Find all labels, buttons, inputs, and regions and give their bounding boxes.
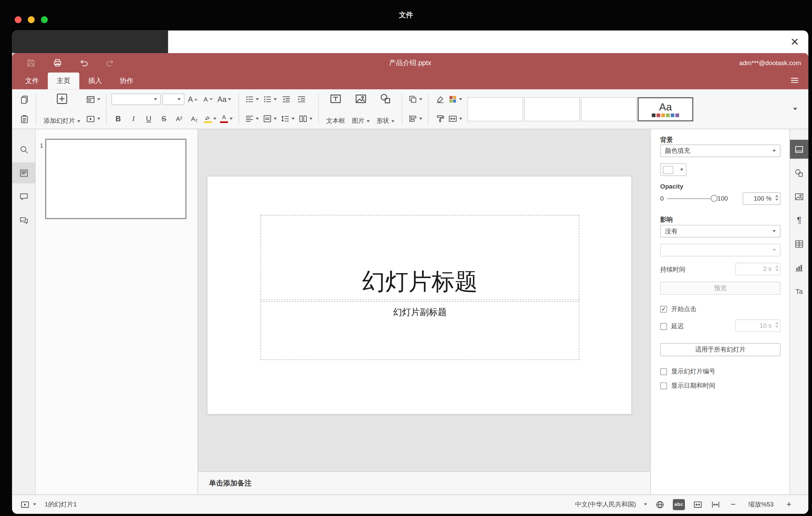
chat-button[interactable] — [12, 209, 35, 231]
image-settings-button[interactable] — [790, 187, 808, 206]
slide-thumbnail[interactable] — [45, 139, 186, 219]
subscript-button[interactable]: A₂ — [187, 112, 201, 125]
spinner-arrows[interactable] — [775, 265, 778, 271]
clear-style-button[interactable] — [433, 93, 447, 106]
close-icon[interactable]: × — [786, 33, 803, 51]
insert-shape-button[interactable]: 形状 — [374, 92, 397, 126]
spinner-arrows[interactable] — [775, 195, 778, 201]
fit-width-button[interactable] — [710, 499, 720, 509]
bold-button[interactable]: B — [111, 112, 125, 125]
down-arrow-icon — [209, 98, 212, 100]
document-language-button[interactable] — [655, 499, 665, 509]
theme-thumbnail-selected[interactable]: Aa — [638, 97, 693, 121]
show-date-time-label: 显示日期和时间 — [671, 381, 716, 390]
redo-icon[interactable] — [104, 57, 115, 68]
font-color-button[interactable]: A — [219, 112, 234, 125]
chevron-down-icon[interactable] — [644, 503, 647, 506]
underline-button[interactable]: U — [142, 112, 155, 125]
add-slide-button[interactable]: 添加幻灯片 — [41, 92, 83, 126]
paste-button[interactable] — [17, 112, 31, 125]
opacity-spinbox[interactable]: 100 % — [743, 192, 781, 205]
duration-spinbox[interactable]: 2 s — [735, 263, 780, 275]
notes-area[interactable]: 单击添加备注 — [198, 471, 650, 494]
zoom-in-button[interactable]: + — [784, 500, 794, 509]
effect-select[interactable]: 没有 — [660, 225, 781, 238]
slide[interactable]: 幻灯片标题 幻灯片副标题 — [207, 176, 632, 414]
fill-type-select[interactable]: 颜色填充 — [660, 144, 781, 157]
subtitle-placeholder[interactable]: 幻灯片副标题 — [260, 301, 579, 360]
delay-checkbox[interactable] — [660, 323, 667, 329]
textart-settings-button[interactable]: Ta — [790, 282, 808, 300]
line-spacing-button[interactable] — [280, 112, 296, 125]
search-button[interactable] — [12, 139, 35, 160]
shape-settings-button[interactable] — [790, 163, 808, 182]
tab-collaboration[interactable]: 协作 — [111, 73, 142, 89]
tab-insert[interactable]: 插入 — [79, 73, 111, 89]
title-placeholder[interactable]: 幻灯片标题 — [260, 215, 579, 300]
decrease-font-size-button[interactable]: A — [201, 93, 215, 106]
slide-settings-button[interactable] — [790, 140, 808, 159]
font-name-select[interactable] — [111, 93, 161, 105]
theme-thumbnail-3[interactable] — [581, 97, 636, 121]
tab-home[interactable]: 主页 — [48, 73, 79, 89]
superscript-button[interactable]: A² — [172, 112, 186, 125]
zoom-out-button[interactable]: − — [728, 500, 738, 509]
undo-icon[interactable] — [78, 57, 89, 68]
start-slideshow-status-button[interactable] — [20, 499, 30, 509]
comments-button[interactable] — [12, 186, 35, 207]
print-icon[interactable] — [52, 57, 63, 68]
start-on-click-checkbox[interactable]: ✓ — [660, 306, 667, 312]
theme-thumbnail-1[interactable] — [467, 97, 523, 121]
slides-panel-button[interactable] — [12, 162, 35, 183]
table-settings-button[interactable] — [790, 234, 808, 253]
copy-button[interactable] — [17, 93, 31, 106]
change-case-button[interactable]: Aa — [216, 93, 232, 106]
zoom-window-button[interactable] — [41, 16, 48, 23]
paragraph-settings-button[interactable]: ¶ — [790, 211, 808, 230]
fill-color-select[interactable] — [660, 163, 687, 176]
slide-canvas[interactable]: 幻灯片标题 幻灯片副标题 — [198, 129, 650, 471]
chart-settings-button[interactable] — [790, 258, 808, 277]
effect-variant-select[interactable] — [660, 244, 781, 256]
save-icon[interactable] — [25, 57, 37, 68]
italic-button[interactable]: I — [126, 112, 140, 125]
increase-font-size-button[interactable]: A — [186, 93, 200, 106]
language-select[interactable]: 中文(中华人民共和国) — [575, 500, 636, 509]
minimize-window-button[interactable] — [28, 16, 34, 23]
show-date-time-checkbox[interactable] — [660, 382, 667, 389]
bullets-button[interactable] — [244, 93, 260, 106]
spellcheck-button[interactable]: abc — [673, 499, 685, 510]
arrange-shapes-button[interactable] — [407, 93, 423, 106]
insert-image-button[interactable]: 图片 — [349, 92, 372, 126]
apply-to-all-slides-button[interactable]: 适用于所有幻灯片 — [660, 343, 781, 356]
menu-icon[interactable] — [789, 75, 800, 86]
theme-thumbnail-2[interactable] — [524, 97, 580, 121]
font-size-select[interactable] — [162, 93, 184, 105]
color-scheme-button[interactable] — [447, 93, 463, 106]
align-shapes-button[interactable] — [407, 112, 423, 125]
delay-spinbox[interactable]: 10 s — [735, 319, 780, 332]
tab-file[interactable]: 文件 — [16, 73, 48, 89]
horizontal-align-button[interactable] — [244, 112, 260, 125]
opacity-slider[interactable] — [667, 198, 714, 199]
slide-layout-button[interactable] — [85, 93, 101, 106]
increase-indent-button[interactable] — [295, 93, 308, 106]
show-slide-number-checkbox[interactable] — [660, 368, 667, 375]
preview-button[interactable]: 预览 — [660, 282, 781, 295]
vertical-align-button[interactable] — [262, 112, 278, 125]
start-slideshow-button[interactable] — [85, 112, 101, 125]
theme-gallery-expand-button[interactable] — [788, 102, 802, 116]
close-window-button[interactable] — [15, 16, 22, 23]
decrease-indent-button[interactable] — [280, 93, 293, 106]
strikethrough-button[interactable]: S — [157, 112, 171, 125]
fit-slide-button[interactable] — [693, 499, 703, 509]
opacity-slider-knob[interactable] — [710, 195, 717, 202]
chevron-down-icon[interactable] — [33, 503, 36, 506]
insert-textbox-button[interactable]: 文本框 — [324, 92, 348, 126]
slide-size-button[interactable] — [447, 112, 463, 125]
numbering-button[interactable] — [262, 93, 278, 106]
highlight-color-button[interactable] — [203, 112, 218, 125]
columns-button[interactable] — [297, 112, 314, 125]
copy-style-button[interactable] — [433, 112, 447, 125]
spinner-arrows[interactable] — [775, 322, 778, 328]
